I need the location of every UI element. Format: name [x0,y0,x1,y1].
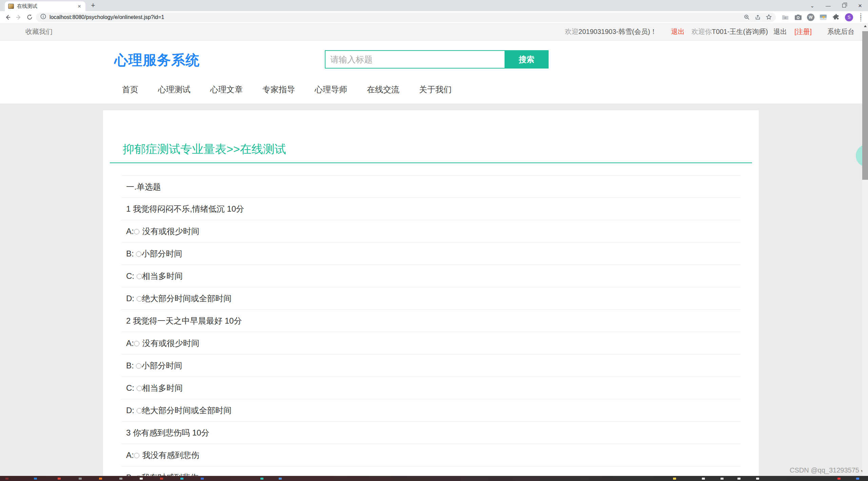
nav-item[interactable]: 专家指导 [262,84,295,95]
bookmark-star-icon[interactable] [765,14,772,21]
radio-button[interactable] [134,453,139,458]
taskbar-icon-sliver [119,478,122,480]
member-name: 2019031903-韩雪(会员)！ [578,27,657,36]
radio-button[interactable] [137,296,142,302]
taskbar-icon-sliver [721,478,724,480]
counselor-logout-link[interactable]: 退出 [773,27,787,36]
browser-tab-strip: 在线测试 × + ⌄ — × [0,0,868,11]
profile-avatar[interactable]: S [845,13,853,21]
option-label: C: [126,383,137,392]
nav-item[interactable]: 关于我们 [419,84,452,95]
download-folder-icon[interactable] [781,13,789,21]
question-list: 一.单选题1 我觉得闷闷不乐,情绪低沉 10分A:没有或很少时间B: 小部分时间… [121,175,741,481]
test-row: 一.单选题 [121,175,741,198]
test-row: A:我没有感到悲伤 [121,444,741,466]
admin-backend-link[interactable]: 系统后台 [827,27,854,36]
test-row: D: 绝大部分时间或全部时间 [121,287,741,310]
taskbar-icon-sliver [260,478,263,480]
radio-button[interactable] [137,274,142,279]
radio-button[interactable] [137,386,142,391]
scrollbar-up-arrow-icon[interactable] [862,23,868,29]
address-bar[interactable]: localhost:8080/psychology/e/onlinetest.j… [36,13,776,22]
taskbar-icon-sliver [99,478,102,480]
option-text: 没有或很少时间 [142,227,199,236]
nav-item[interactable]: 心理测试 [158,84,191,95]
radio-button[interactable] [134,341,139,346]
browser-menu-icon[interactable]: ⋮⋮⋮ [858,15,863,20]
screenshot-extension-icon[interactable] [819,13,827,21]
url-text[interactable]: localhost:8080/psychology/e/onlinetest.j… [50,14,740,20]
option-text: 绝大部分时间或全部时间 [142,406,232,415]
option-label: D: [126,406,137,415]
nav-item[interactable]: 心理文章 [210,84,243,95]
page-title: 抑郁症测试专业量表>>在线测试 [123,141,752,157]
option-text: 相当多时间 [142,271,183,281]
radio-button[interactable] [136,251,141,257]
taskbar-icon-sliver [837,478,841,480]
radio-button[interactable] [137,408,142,413]
window-maximize-icon[interactable] [836,0,852,11]
tab-title: 在线测试 [17,3,74,9]
windows-taskbar[interactable] [0,476,868,481]
test-row: B: 小部分时间 [121,354,741,377]
scrollbar-thumb[interactable] [862,31,868,180]
window-close-icon[interactable]: × [852,0,868,11]
option-label: B: [126,361,136,370]
option-label: A: [126,227,134,236]
member-logout-link[interactable]: 退出 [671,27,685,36]
browser-toolbar: localhost:8080/psychology/e/onlinetest.j… [0,11,868,23]
welcome-member-prefix: 欢迎 [565,27,578,36]
extensions-puzzle-icon[interactable] [832,13,840,21]
taskbar-icon-sliver [201,478,204,480]
share-icon[interactable] [754,14,762,21]
taskbar-icon-sliver [5,478,8,480]
forward-icon[interactable] [14,13,23,22]
test-row: C: 相当多时间 [121,265,741,287]
counselor-name: T001-王生(咨询师) [712,27,768,36]
w-extension-icon[interactable]: W [807,14,814,21]
option-label: C: [126,271,137,281]
site-header: 心理服务系统 搜索 首页心理测试心理文章专家指导心理导师在线交流关于我们 [0,41,868,103]
test-row: A:没有或很少时间 [121,332,741,354]
back-icon[interactable] [3,13,12,22]
taskbar-icon-sliver [160,478,163,480]
test-row: 2 我觉得一天之中早晨最好 10分 [121,310,741,332]
window-menu-chevron-icon[interactable]: ⌄ [804,0,820,11]
page-scrollbar[interactable] [862,23,868,481]
option-text: 相当多时间 [142,383,183,392]
zoom-icon[interactable] [743,14,751,21]
taskbar-icon-sliver [737,478,741,480]
taskbar-icon-sliver [58,478,61,480]
test-row: B: 小部分时间 [121,243,741,265]
camera-icon[interactable] [794,13,802,21]
favorite-us-link[interactable]: 收藏我们 [25,27,53,36]
test-row: A:没有或很少时间 [121,220,741,243]
favicon-icon [8,4,14,9]
register-link[interactable]: [注册] [794,27,812,36]
tab-close-icon[interactable]: × [77,3,82,10]
option-text: 小部分时间 [141,361,182,370]
taskbar-icon-sliver [79,478,82,480]
title-underline: 抑郁症测试专业量表>>在线测试 [110,141,752,163]
option-label: B: [126,249,136,258]
site-logo[interactable]: 心理服务系统 [114,51,200,70]
window-minimize-icon[interactable]: — [820,0,836,11]
option-text: 绝大部分时间或全部时间 [142,294,232,303]
page-info-icon[interactable] [40,14,46,21]
new-tab-button[interactable]: + [91,1,95,10]
browser-tab[interactable]: 在线测试 × [5,1,85,11]
nav-item[interactable]: 在线交流 [367,84,399,95]
search-button[interactable]: 搜索 [505,50,549,69]
radio-button[interactable] [134,229,139,234]
page-viewport: 收藏我们 欢迎 2019031903-韩雪(会员)！ 退出 欢迎你 T001-王… [0,23,868,481]
radio-button[interactable] [136,363,141,369]
search-input[interactable] [325,50,505,69]
option-text: 没有或很少时间 [142,339,199,348]
main-nav: 首页心理测试心理文章专家指导心理导师在线交流关于我们 [122,84,452,95]
option-label: D: [126,294,137,303]
taskbar-icon-sliver [180,478,183,480]
nav-item[interactable]: 首页 [122,84,138,95]
refresh-icon[interactable] [25,13,34,22]
option-label: A: [126,339,134,348]
nav-item[interactable]: 心理导师 [315,84,347,95]
